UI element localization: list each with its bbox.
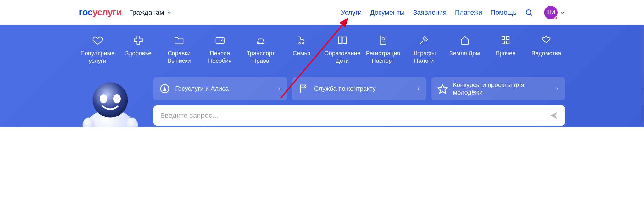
gavel-icon <box>419 34 430 46</box>
avatar: ШИ <box>544 6 558 19</box>
nav-applications[interactable]: Заявления <box>413 8 447 16</box>
star-icon <box>437 84 448 95</box>
cat-label: Справки Выписки <box>160 49 198 64</box>
cat-pensions[interactable]: Пенсии Пособия <box>201 34 239 64</box>
promo-contract[interactable]: Служба по контракту <box>292 77 426 101</box>
cat-label: Прочее <box>495 49 515 57</box>
cat-label: Образование Дети <box>324 49 361 64</box>
cat-label: Регистрация Паспорт <box>364 49 402 64</box>
heart-icon <box>92 34 103 46</box>
cat-other[interactable]: Прочее <box>487 34 524 64</box>
wallet-icon <box>214 34 225 46</box>
avatar-initials: ШИ <box>547 9 555 15</box>
svg-line-1 <box>530 14 532 15</box>
cat-agencies[interactable]: Ведомства <box>528 34 565 64</box>
search-input[interactable] <box>160 111 549 120</box>
cat-fines[interactable]: Штрафы Налоги <box>405 34 443 64</box>
robot-mascot <box>79 77 142 127</box>
promo-row: Госуслуги и Алиса Служба по контракту Ко… <box>153 77 565 101</box>
passport-icon <box>378 34 389 46</box>
svg-point-3 <box>221 40 223 41</box>
top-nav: Услуги Документы Заявления Платежи Помощ… <box>341 6 565 19</box>
svg-marker-25 <box>438 85 447 93</box>
plus-icon <box>133 34 144 46</box>
audience-selector[interactable]: Гражданам <box>129 8 172 16</box>
chevron-down-icon <box>167 10 172 15</box>
chevron-right-icon <box>416 86 420 92</box>
folder-icon <box>174 34 185 46</box>
nav-help[interactable]: Помощь <box>491 8 516 16</box>
search-icon[interactable] <box>525 8 533 17</box>
svg-rect-13 <box>502 41 505 44</box>
cat-label: Транспорт Права <box>242 49 280 64</box>
cat-land[interactable]: Земля Дом <box>446 34 483 64</box>
promo-label: Служба по контракту <box>314 85 413 93</box>
nav-payments[interactable]: Платежи <box>455 8 482 16</box>
promo-label: Конкурсы и проекты для молодёжи <box>453 81 552 97</box>
eagle-icon <box>541 34 552 46</box>
svg-rect-14 <box>506 41 509 44</box>
chevron-right-icon <box>555 86 559 92</box>
promo-youth[interactable]: Конкурсы и проекты для молодёжи <box>431 77 565 101</box>
cat-label: Популярные услуги <box>79 49 116 64</box>
cat-transport[interactable]: Транспорт Права <box>242 34 280 64</box>
svg-point-7 <box>303 43 304 44</box>
cat-popular[interactable]: Популярные услуги <box>79 34 116 64</box>
cat-label: Земля Дом <box>449 49 480 57</box>
flag-icon <box>298 84 309 95</box>
grid-icon <box>500 34 511 46</box>
audience-label: Гражданам <box>129 8 164 16</box>
svg-point-9 <box>382 38 384 40</box>
logo-part-gov: гос <box>79 7 93 17</box>
cat-label: Штрафы Налоги <box>405 49 443 64</box>
svg-rect-12 <box>506 36 509 39</box>
nav-documents[interactable]: Документы <box>370 8 405 16</box>
promo-alisa[interactable]: Госуслуги и Алиса <box>153 77 287 101</box>
svg-point-0 <box>526 9 531 14</box>
svg-point-20 <box>92 83 128 118</box>
cat-label: Здоровье <box>125 49 151 57</box>
svg-rect-11 <box>502 36 505 39</box>
logo[interactable]: госуслуги <box>79 7 122 18</box>
svg-point-22 <box>113 94 120 103</box>
user-menu[interactable]: ШИ <box>544 6 565 19</box>
cat-registration[interactable]: Регистрация Паспорт <box>364 34 402 64</box>
hero-section: Популярные услуги Здоровье Справки Выпис… <box>0 25 644 127</box>
search-box[interactable] <box>153 105 565 126</box>
cat-education[interactable]: Образование Дети <box>324 34 361 64</box>
cat-label: Семья <box>293 49 311 57</box>
category-row: Популярные услуги Здоровье Справки Выпис… <box>79 34 565 64</box>
send-icon[interactable] <box>549 111 558 120</box>
car-icon <box>255 34 266 46</box>
svg-point-6 <box>299 43 300 44</box>
nav-services[interactable]: Услуги <box>341 8 362 16</box>
cat-label: Ведомства <box>531 49 561 57</box>
book-icon <box>337 34 348 46</box>
cat-label: Пенсии Пособия <box>201 49 239 64</box>
logo-part-services: услуги <box>92 7 122 17</box>
chevron-down-icon <box>560 10 565 15</box>
cat-health[interactable]: Здоровье <box>119 34 157 64</box>
svg-point-21 <box>100 94 107 103</box>
chevron-right-icon <box>277 86 281 92</box>
cat-docs[interactable]: Справки Выписки <box>160 34 198 64</box>
cat-family[interactable]: Семья <box>283 34 320 64</box>
home-icon <box>459 34 470 46</box>
stroller-icon <box>296 34 307 46</box>
top-header: госуслуги Гражданам Услуги Документы Зая… <box>0 0 644 25</box>
promo-label: Госуслуги и Алиса <box>175 85 274 93</box>
alisa-icon <box>159 84 170 95</box>
notification-dot-icon <box>555 16 558 19</box>
